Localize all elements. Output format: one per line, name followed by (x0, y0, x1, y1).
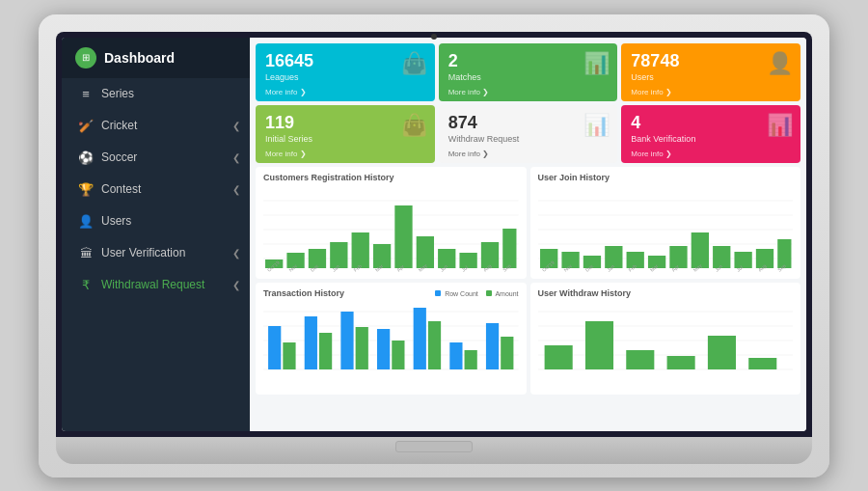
svg-rect-72 (356, 327, 368, 369)
contest-icon: 🏆 (78, 182, 94, 197)
chart-user-withdraw-title: User Withdraw History (538, 288, 794, 298)
touchpad (395, 441, 473, 452)
svg-rect-9 (352, 232, 369, 268)
svg-rect-85 (666, 356, 694, 369)
transaction-chart-svg (263, 302, 519, 379)
chevron-icon: ❮ (232, 280, 240, 290)
sidebar-label-soccer: Soccer (101, 150, 137, 164)
leagues-icon: 👜 (401, 51, 427, 76)
sidebar-header: ⊞ Dashboard (62, 38, 250, 78)
charts-row-2: Transaction History Row Count Amount (250, 283, 806, 398)
camera (431, 34, 437, 40)
chart-transaction-area (263, 302, 519, 389)
cricket-icon: 🏏 (78, 119, 94, 133)
sidebar-item-cricket[interactable]: 🏏 Cricket ❮ (62, 110, 250, 142)
matches-more[interactable]: More info ❯ (448, 88, 490, 96)
sidebar-item-withdrawal[interactable]: ₹ Withdrawal Request ❮ (62, 269, 250, 301)
stat-card-series: 119 Initial Series 👜 More info ❯ (256, 105, 435, 163)
sidebar-label-cricket: Cricket (101, 119, 137, 132)
sidebar-label-series: Series (101, 87, 134, 100)
sidebar: ⊞ Dashboard ≡ Series 🏏 Cricket ❮ ⚽ Socce… (62, 38, 250, 431)
charts-row-1: Customers Registration History (250, 167, 806, 283)
users-card-icon: 👤 (767, 51, 793, 76)
sidebar-item-users[interactable]: 👤 Users (62, 205, 250, 237)
chart-transaction: Transaction History Row Count Amount (256, 283, 527, 395)
svg-rect-11 (394, 205, 412, 268)
chart-user-join-title: User Join History (538, 173, 794, 182)
svg-rect-41 (691, 232, 708, 268)
chevron-icon: ❮ (232, 184, 240, 195)
stat-card-matches: 2 Matches 📊 More info ❯ (439, 43, 618, 101)
svg-rect-65 (340, 312, 353, 369)
withdraw-more[interactable]: More info ❯ (448, 150, 490, 158)
sidebar-label-withdrawal: Withdrawal Request (101, 278, 204, 291)
svg-rect-45 (777, 239, 791, 268)
svg-rect-66 (377, 329, 390, 369)
svg-rect-15 (481, 242, 499, 268)
stat-card-leagues: 16645 Leagues 👜 More info ❯ (256, 43, 435, 101)
sidebar-item-contest[interactable]: 🏆 Contest ❮ (62, 174, 250, 205)
svg-rect-84 (626, 350, 654, 369)
svg-rect-67 (414, 308, 426, 369)
users-more[interactable]: More info ❯ (631, 88, 672, 96)
bank-card-icon: 📊 (767, 113, 793, 138)
svg-rect-71 (319, 333, 332, 369)
chevron-icon: ❮ (232, 152, 240, 163)
svg-rect-8 (330, 242, 347, 268)
sidebar-item-soccer[interactable]: ⚽ Soccer ❮ (62, 142, 250, 174)
chart-user-withdraw: User Withdraw History (530, 283, 801, 395)
sidebar-item-series[interactable]: ≡ Series (62, 78, 250, 110)
chart-user-withdraw-area (538, 302, 794, 389)
stats-row-2: 119 Initial Series 👜 More info ❯ 874 Wit… (250, 105, 806, 167)
svg-rect-64 (305, 316, 317, 369)
sidebar-label-users: Users (101, 214, 131, 228)
svg-rect-68 (449, 342, 462, 369)
chart-registration-area: Oct'19 Nov Dec Jan Feb Mar Apr May Jun J… (263, 186, 519, 273)
screen-bezel: ⊞ Dashboard ≡ Series 🏏 Cricket ❮ ⚽ Socce… (56, 32, 812, 437)
sidebar-item-user-verification[interactable]: 🏛 User Verification ❮ (62, 237, 250, 269)
svg-rect-82 (544, 345, 572, 369)
svg-rect-83 (584, 321, 612, 369)
series-more[interactable]: More info ❯ (265, 150, 307, 158)
svg-rect-87 (748, 358, 776, 369)
users-icon: 👤 (78, 214, 94, 229)
matches-icon: 📊 (583, 51, 610, 76)
chart-user-join-area: Oct'19 Nov Dec Jan Feb Mar Apr May Jun J… (538, 186, 794, 273)
svg-rect-73 (392, 341, 404, 369)
stat-card-withdraw: 874 Withdraw Request 📊 More info ❯ (439, 105, 618, 163)
registration-chart-svg: Oct'19 Nov Dec Jan Feb Mar Apr May Jun J… (263, 186, 519, 273)
svg-rect-70 (283, 342, 295, 369)
chart-transaction-title: Transaction History (263, 288, 344, 298)
user-join-chart-svg: Oct'19 Nov Dec Jan Feb Mar Apr May Jun J… (538, 186, 794, 273)
user-withdraw-chart-svg (538, 302, 794, 379)
chart-user-join: User Join History (530, 167, 801, 279)
verification-icon: 🏛 (78, 246, 94, 260)
chart-registration: Customers Registration History (256, 167, 527, 279)
stat-card-bank: 4 Bank Verification 📊 More info ❯ (621, 105, 800, 163)
screen: ⊞ Dashboard ≡ Series 🏏 Cricket ❮ ⚽ Socce… (62, 38, 806, 431)
svg-rect-76 (501, 337, 513, 369)
svg-rect-86 (707, 336, 735, 369)
series-icon: ≡ (78, 87, 94, 101)
svg-rect-16 (502, 229, 516, 268)
svg-rect-74 (428, 321, 441, 369)
svg-rect-12 (417, 236, 434, 268)
laptop-base (56, 437, 812, 464)
legend-rowcount: Row Count (435, 290, 478, 297)
svg-rect-13 (438, 249, 455, 268)
series-card-icon: 👜 (401, 113, 427, 138)
leagues-more[interactable]: More info ❯ (265, 88, 307, 96)
svg-rect-42 (713, 246, 730, 268)
bank-more[interactable]: More info ❯ (631, 150, 672, 158)
svg-rect-40 (669, 246, 687, 268)
laptop-shell: ⊞ Dashboard ≡ Series 🏏 Cricket ❮ ⚽ Socce… (39, 14, 829, 477)
svg-rect-75 (465, 350, 477, 369)
chart-legend: Row Count Amount (435, 290, 518, 297)
chevron-icon: ❮ (232, 121, 240, 131)
stats-row-1: 16645 Leagues 👜 More info ❯ 2 Matches 📊 … (250, 38, 806, 105)
sidebar-label-verification: User Verification (101, 246, 185, 259)
svg-rect-37 (605, 246, 622, 268)
chart-registration-title: Customers Registration History (263, 173, 519, 182)
svg-rect-63 (268, 326, 281, 369)
svg-rect-69 (486, 323, 499, 369)
